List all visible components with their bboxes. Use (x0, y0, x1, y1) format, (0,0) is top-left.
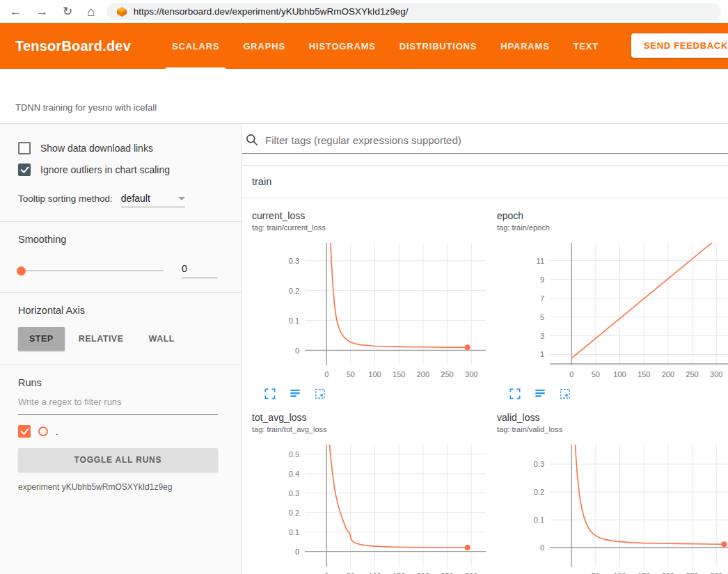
tab-histograms[interactable]: HISTOGRAMS (297, 23, 388, 69)
charts-grid: current_loss tag: train/current_loss 050… (242, 198, 728, 574)
tooltip-sorting-value: default (121, 193, 150, 204)
tooltip-sorting-dropdown[interactable]: default (121, 193, 185, 207)
run-checkbox-icon[interactable] (18, 425, 31, 438)
tab-scalars[interactable]: SCALARS (160, 23, 231, 69)
svg-text:250: 250 (686, 370, 698, 378)
pin-chart-icon[interactable] (313, 387, 327, 401)
address-bar[interactable]: https://tensorboard.dev/experiment/yKUbh… (106, 3, 721, 20)
tab-distributions[interactable]: DISTRIBUTIONS (388, 23, 489, 69)
header-tabs: SCALARS GRAPHS HISTOGRAMS DISTRIBUTIONS … (160, 23, 610, 69)
line-chart[interactable]: 05010015020025030000.10.20.3 (252, 239, 489, 383)
svg-text:0.4: 0.4 (289, 470, 299, 478)
expand-chart-icon[interactable] (508, 387, 522, 401)
svg-text:0.2: 0.2 (289, 287, 299, 295)
settings-sidebar: Show data download links Ignore outliers… (0, 124, 242, 574)
url-text: https://tensorboard.dev/experiment/yKUbh… (134, 6, 409, 17)
train-section-header[interactable]: train (242, 166, 728, 198)
tag-filter-row (242, 133, 728, 154)
back-icon[interactable]: ← (10, 6, 22, 17)
checkbox-checked-icon[interactable] (18, 164, 31, 176)
svg-text:0: 0 (540, 543, 544, 552)
relative-axis-button[interactable]: RELATIVE (68, 327, 135, 351)
chart-tag: tag: train/valid_loss (497, 425, 728, 433)
svg-text:0.3: 0.3 (289, 257, 299, 265)
line-chart[interactable]: 5010015020025030000.10.20.3 (497, 440, 728, 574)
svg-text:11: 11 (537, 257, 544, 265)
svg-text:50: 50 (592, 370, 600, 378)
checkbox-unchecked-icon[interactable] (18, 142, 31, 154)
search-icon (245, 133, 259, 147)
svg-text:0.1: 0.1 (534, 516, 544, 524)
chart-tag: tag: train/tot_avg_loss (252, 425, 497, 433)
horizontal-axis-label: Horizontal Axis (18, 305, 218, 316)
forward-icon[interactable]: → (36, 6, 48, 17)
svg-text:100: 100 (613, 370, 626, 378)
tag-filter-input[interactable] (265, 134, 728, 146)
ignore-outliers-label: Ignore outliers in chart scaling (40, 164, 170, 175)
svg-text:0.5: 0.5 (289, 450, 299, 459)
svg-text:150: 150 (393, 370, 405, 378)
chart-card: epoch tag: train/epoch 05010015020025030… (497, 210, 728, 401)
svg-text:0.1: 0.1 (289, 317, 299, 325)
tab-text[interactable]: TEXT (562, 23, 610, 69)
wall-axis-button[interactable]: WALL (138, 327, 186, 351)
step-axis-button[interactable]: STEP (18, 327, 65, 351)
show-download-links-label: Show data download links (40, 143, 153, 154)
chart-title: epoch (497, 210, 728, 221)
svg-text:5: 5 (540, 313, 544, 321)
home-icon[interactable]: ⌂ (87, 5, 95, 18)
smoothing-slider[interactable] (18, 270, 164, 271)
svg-text:0: 0 (295, 346, 299, 355)
line-chart[interactable]: 05010015020025030000.10.20.30.40.5 (252, 440, 489, 574)
svg-text:9: 9 (540, 276, 544, 284)
line-chart[interactable]: 0501001502002503001357911 (497, 239, 728, 383)
fit-domain-icon[interactable] (288, 387, 302, 401)
svg-text:250: 250 (441, 370, 453, 378)
svg-text:3: 3 (540, 332, 544, 340)
runs-filter-input[interactable] (18, 391, 218, 415)
chart-tag: tag: train/current_loss (252, 223, 497, 232)
run-color-circle-icon (38, 426, 48, 436)
svg-text:100: 100 (368, 370, 381, 378)
tensorboard-favicon (116, 6, 127, 17)
svg-text:7: 7 (540, 294, 544, 303)
svg-text:50: 50 (347, 370, 355, 378)
svg-text:0.3: 0.3 (534, 460, 544, 468)
runs-label: Runs (18, 377, 218, 388)
chart-card: tot_avg_loss tag: train/tot_avg_loss 050… (252, 412, 497, 574)
svg-text:0.2: 0.2 (289, 509, 299, 517)
chart-tag: tag: train/epoch (497, 223, 728, 232)
svg-text:0: 0 (569, 370, 573, 378)
svg-text:300: 300 (465, 370, 477, 378)
svg-text:150: 150 (638, 370, 650, 378)
toggle-all-runs-button[interactable]: TOGGLE ALL RUNS (18, 448, 218, 472)
tooltip-sorting-label: Tooltip sorting method: (18, 193, 113, 204)
run-list-item[interactable]: . (18, 425, 218, 438)
train-section-card: train current_loss tag: train/current_lo… (242, 165, 728, 574)
train-section-label: train (252, 176, 271, 187)
chart-actions (497, 387, 728, 401)
smoothing-label: Smoothing (18, 234, 218, 245)
chart-actions (252, 387, 497, 401)
svg-text:0.3: 0.3 (289, 489, 299, 497)
svg-text:0.1: 0.1 (289, 528, 299, 536)
tab-graphs[interactable]: GRAPHS (231, 23, 296, 69)
svg-text:300: 300 (710, 370, 722, 378)
main-panel: train current_loss tag: train/current_lo… (242, 124, 728, 574)
smoothing-value-input[interactable]: 0 (182, 263, 218, 278)
tensorboard-header: TensorBoard.dev SCALARS GRAPHS HISTOGRAM… (0, 23, 728, 69)
smoothing-slider-knob[interactable] (17, 266, 26, 276)
svg-text:0.2: 0.2 (534, 488, 544, 496)
expand-chart-icon[interactable] (263, 387, 277, 401)
reload-icon[interactable]: ↻ (63, 6, 72, 17)
chart-title: valid_loss (497, 412, 728, 423)
chart-title: current_loss (252, 210, 497, 221)
send-feedback-button[interactable]: SEND FEEDBACK (631, 33, 728, 58)
tensorboard-logo: TensorBoard.dev (15, 38, 131, 54)
tab-hparams[interactable]: HPARAMS (489, 23, 561, 69)
svg-text:0: 0 (324, 370, 329, 378)
pin-chart-icon[interactable] (558, 387, 572, 401)
show-download-links-row[interactable]: Show data download links (18, 142, 218, 154)
ignore-outliers-row[interactable]: Ignore outliers in chart scaling (18, 164, 218, 176)
fit-domain-icon[interactable] (533, 387, 547, 401)
